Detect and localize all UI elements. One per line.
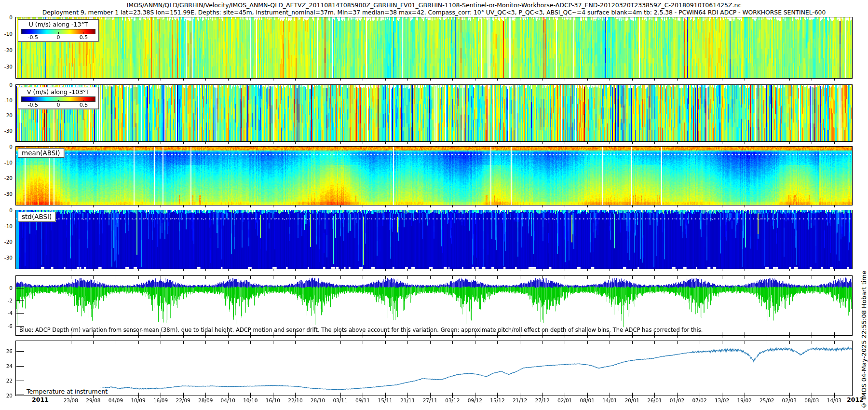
x-tick	[565, 205, 565, 207]
x-tick	[587, 79, 588, 81]
x-tick	[116, 205, 116, 207]
x-tick	[812, 332, 812, 335]
x-tick	[745, 332, 745, 335]
x-tick	[497, 79, 498, 81]
x-tick	[385, 142, 386, 144]
x-tick	[834, 142, 835, 144]
x-tick	[407, 205, 408, 207]
y-tick-label: 26	[0, 348, 13, 354]
x-tick	[789, 142, 790, 144]
x-tick	[183, 336, 184, 338]
y-tick-label: -30	[0, 128, 13, 134]
x-tick-label: 01/02	[666, 397, 688, 403]
x-tick	[722, 341, 722, 344]
v-colorbar-legend: V (m/s) along -103°T -0.5 0 0.5	[18, 87, 99, 109]
temperature-label: Temperature at instrument	[26, 388, 108, 395]
x-tick-label: 25/02	[756, 397, 777, 403]
x-tick	[116, 341, 116, 344]
x-tick	[161, 205, 161, 207]
x-tick	[767, 205, 767, 207]
y-tick-label: -2	[0, 298, 13, 303]
x-tick	[205, 336, 206, 338]
x-tick	[430, 276, 431, 279]
colorbar-tickmark	[58, 32, 59, 34]
x-tick	[789, 269, 790, 271]
x-tick	[677, 336, 678, 338]
x-tick	[452, 276, 453, 279]
x-tick	[587, 269, 588, 271]
x-tick	[138, 205, 139, 207]
x-tick-label: 13/02	[711, 397, 732, 403]
x-tick	[318, 393, 318, 396]
x-tick	[610, 142, 610, 144]
x-tick	[407, 79, 408, 81]
x-tick-label: 21/12	[509, 397, 530, 403]
u-colorbar-legend: U (m/s) along -13°T -0.5 0 0.5	[18, 19, 99, 41]
x-tick	[430, 341, 431, 344]
x-tick	[295, 393, 296, 396]
colorbar-tickmark	[58, 100, 59, 101]
y-tick-label: -10	[0, 223, 13, 229]
x-tick	[430, 393, 431, 396]
v-colorbar-tick-label: 0	[57, 102, 60, 108]
x-tick	[228, 276, 229, 279]
x-tick	[520, 269, 520, 271]
x-tick	[161, 142, 161, 144]
x-tick	[161, 79, 161, 81]
x-tick	[385, 341, 386, 344]
x-tick	[610, 79, 610, 81]
x-tick	[138, 79, 139, 81]
colorbar-tickmark	[34, 32, 34, 34]
u-colorbar-gradient	[21, 29, 95, 34]
x-tick	[407, 393, 408, 396]
x-tick	[497, 142, 498, 144]
x-tick	[654, 276, 655, 279]
x-tick-label: 28/10	[307, 397, 328, 403]
x-tick	[542, 336, 543, 338]
x-tick	[250, 336, 251, 338]
x-tick	[273, 393, 273, 396]
x-tick	[116, 393, 116, 396]
x-tick	[183, 341, 184, 344]
x-tick	[700, 269, 700, 271]
x-tick	[654, 393, 655, 396]
y-tick-label: 0	[0, 14, 13, 20]
u-colorbar-tick-label: 0	[57, 34, 60, 41]
x-tick-label: 26/01	[644, 397, 665, 403]
x-tick	[632, 276, 633, 279]
x-tick	[273, 336, 273, 338]
x-tick	[497, 336, 498, 338]
x-tick	[407, 276, 408, 279]
v-velocity-heatmap	[16, 85, 852, 141]
x-tick	[340, 341, 341, 344]
colorbar-tickmark	[83, 32, 83, 34]
x-tick-label: 22/10	[285, 397, 306, 403]
x-tick	[565, 269, 565, 271]
x-tick	[497, 205, 498, 207]
x-tick	[205, 276, 206, 279]
x-tick	[700, 142, 700, 144]
x-tick	[475, 341, 475, 344]
y-tick-label: -20	[0, 47, 13, 53]
x-tick	[183, 142, 184, 144]
x-tick	[475, 276, 475, 279]
x-tick	[430, 79, 431, 81]
x-tick	[93, 79, 94, 81]
x-tick	[654, 79, 655, 81]
y-tick	[16, 351, 24, 352]
x-tick	[71, 79, 71, 81]
x-tick	[834, 332, 835, 335]
x-tick-label: 20/01	[622, 397, 643, 403]
x-tick	[632, 393, 633, 396]
x-tick	[722, 336, 722, 338]
x-tick	[430, 269, 431, 271]
x-tick	[700, 205, 700, 207]
x-tick	[812, 393, 812, 396]
x-tick	[138, 142, 139, 144]
x-tick	[767, 336, 767, 338]
x-tick	[385, 205, 386, 207]
x-tick	[520, 142, 520, 144]
v-legend-title: V (m/s) along -103°T	[20, 88, 96, 96]
x-tick	[318, 269, 318, 271]
x-tick	[71, 142, 71, 144]
